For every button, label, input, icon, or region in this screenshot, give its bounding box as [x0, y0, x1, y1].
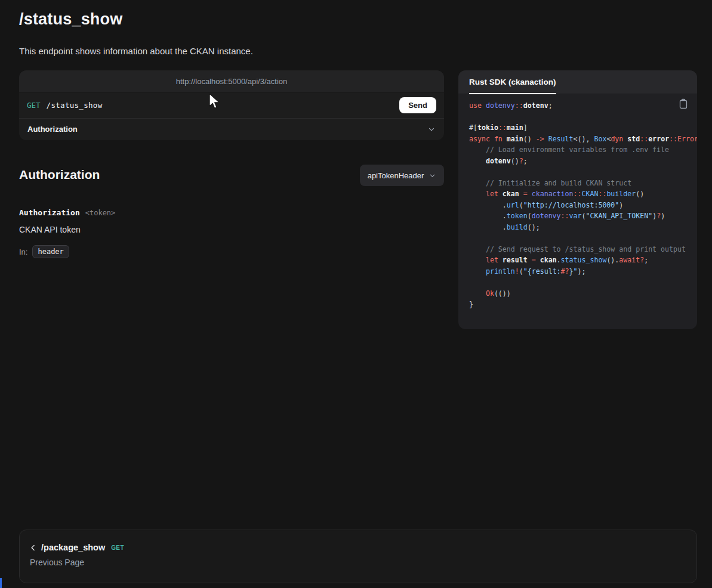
request-path: /status_show: [47, 101, 103, 110]
chevron-down-icon: [429, 172, 436, 180]
endpoint-description: This endpoint shows information about th…: [19, 46, 253, 56]
api-test-panel: http://localhost:5000/api/3/action GET /…: [19, 70, 444, 140]
code-sample-header: Rust SDK (ckanaction): [458, 70, 697, 94]
auth-parameter-name: Authorization: [19, 208, 80, 217]
auth-in-label: In:: [19, 247, 27, 256]
auth-scheme-value: apiTokenHeader: [368, 171, 424, 180]
request-base-url: http://localhost:5000/api/3/action: [176, 77, 287, 86]
clipboard-icon[interactable]: [679, 98, 688, 111]
code-block: use dotenvy::dotenv; #[tokio::main]async…: [458, 94, 697, 310]
previous-page-link[interactable]: /package_show GET Previous Page: [19, 530, 697, 583]
auth-in-value-badge: header: [32, 245, 69, 258]
chevron-left-icon: [29, 544, 37, 552]
previous-endpoint-method: GET: [111, 544, 124, 551]
previous-page-title-row: /package_show GET: [29, 543, 687, 552]
code-sample-panel: Rust SDK (ckanaction) use dotenvy::doten…: [458, 70, 697, 329]
authorization-heading: Authorization: [19, 168, 100, 182]
edge-focus-bar: [0, 578, 2, 588]
tab-rust-sdk[interactable]: Rust SDK (ckanaction): [469, 70, 556, 94]
request-authorization-toggle[interactable]: Authorization: [19, 118, 444, 140]
http-method-label: GET: [27, 101, 41, 110]
page-title: /status_show: [19, 10, 122, 29]
request-address-bar[interactable]: http://localhost:5000/api/3/action: [19, 70, 444, 92]
auth-parameter-description: CKAN API token: [19, 225, 81, 234]
previous-endpoint-name: /package_show: [41, 543, 105, 552]
previous-page-label: Previous Page: [29, 558, 687, 567]
auth-parameter: Authorization<token>: [19, 206, 115, 218]
chevron-down-icon: [427, 125, 436, 134]
auth-scheme-select[interactable]: apiTokenHeader: [360, 165, 444, 186]
request-authorization-label: Authorization: [27, 125, 78, 134]
send-button[interactable]: Send: [399, 97, 436, 113]
auth-parameter-placeholder: <token>: [85, 209, 116, 217]
request-line: GET /status_show Send: [19, 92, 444, 118]
auth-in-row: In: header: [19, 245, 69, 258]
